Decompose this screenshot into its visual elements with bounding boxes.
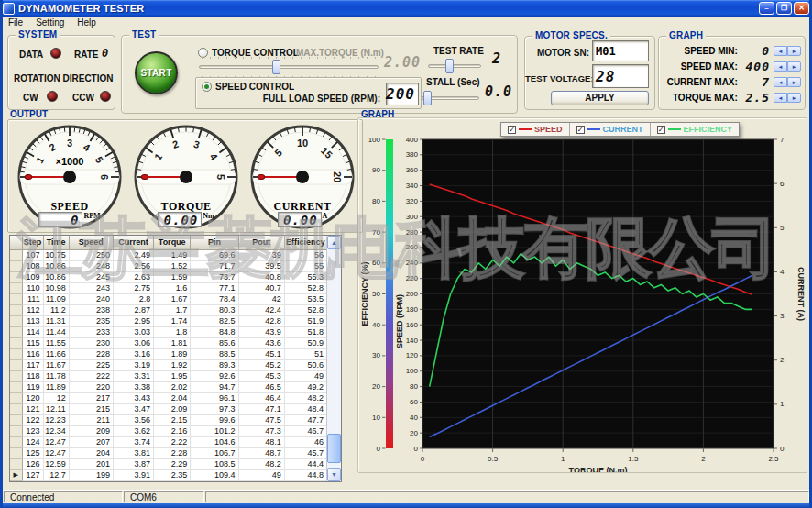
table-cell: 125	[22, 447, 43, 458]
table-cell: 56	[284, 249, 326, 260]
minimize-button[interactable]: –	[759, 2, 774, 15]
table-row[interactable]: 11111.092402.81.6778.44253.5	[10, 293, 327, 304]
svg-text:4: 4	[780, 268, 785, 276]
table-cell: 217	[69, 392, 113, 403]
test-rate-slider-track	[428, 64, 481, 68]
table-row[interactable]: 11411.442333.031.884.843.951.8	[10, 326, 327, 337]
table-cell: 45.1	[238, 348, 284, 359]
current-max-increment[interactable]: ▸	[787, 77, 801, 87]
table-header-cell[interactable]: Current	[113, 236, 153, 249]
apply-button[interactable]: APPLY	[551, 91, 649, 105]
table-row[interactable]: 120122173.432.0496.146.448.2	[10, 392, 327, 403]
start-button[interactable]: START	[135, 51, 178, 94]
table-cell: 80.3	[191, 304, 238, 315]
table-cell: 123	[22, 425, 43, 436]
table-row[interactable]: 11911.892203.382.0294.746.549.2	[10, 381, 327, 392]
menu-item-file[interactable]: File	[8, 17, 23, 28]
scroll-thumb[interactable]	[327, 434, 341, 463]
table-row[interactable]: 11211.22382.871.780.342.452.8	[10, 304, 327, 315]
table-row[interactable]: 11010.982432.751.677.140.752.8	[10, 282, 327, 293]
table-cell: 108.5	[191, 458, 238, 469]
table-row[interactable]: 10910.862452.631.5973.740.855.3	[10, 271, 327, 282]
table-cell: 11.2	[43, 304, 69, 315]
test-rate-slider-thumb[interactable]	[445, 59, 454, 73]
scroll-down-button[interactable]: ▼	[327, 468, 341, 481]
app-window: DYNAMOMETER TESTER – ❐ ✕ File Setting He…	[0, 0, 812, 508]
svg-text:100: 100	[406, 367, 419, 375]
table-cell: 46.7	[284, 425, 326, 436]
menu-item-help[interactable]: Help	[77, 17, 96, 28]
table-cell: 44.8	[284, 469, 326, 480]
close-button[interactable]: ✕	[794, 2, 809, 15]
table-row[interactable]: 11711.672253.191.9289.345.250.6	[10, 359, 327, 370]
table-cell: 2.63	[113, 271, 153, 282]
table-row[interactable]: 11811.782223.311.9592.645.349	[10, 370, 327, 381]
table-row[interactable]: 11311.312352.951.7482.542.851.9	[10, 315, 327, 326]
table-cell: 119	[22, 381, 43, 392]
table-row[interactable]: 11611.662283.161.8988.545.151	[10, 348, 327, 359]
speed-min-decrement[interactable]: ◂	[774, 46, 787, 56]
speed-max-increment[interactable]: ▸	[787, 61, 801, 72]
stall-slider[interactable]	[421, 91, 479, 105]
table-header-cell[interactable]: Step	[22, 236, 43, 249]
row-header	[10, 249, 22, 260]
torque-max-increment[interactable]: ▸	[787, 93, 801, 103]
speed-min-increment[interactable]: ▸	[787, 46, 801, 56]
table-scrollbar[interactable]: ▲ ▼	[326, 236, 341, 481]
table-row[interactable]: 12612.592013.872.29108.548.244.4	[10, 458, 327, 469]
table-row[interactable]: 12412.472073.742.22104.648.146	[10, 436, 327, 447]
svg-text:2.5: 2.5	[768, 455, 779, 463]
speed-control-radio[interactable]	[202, 82, 212, 92]
table-row[interactable]: 12512.472043.812.28106.748.745.7	[10, 447, 327, 458]
menu-item-setting[interactable]: Setting	[36, 17, 64, 28]
table-row[interactable]: 10710.752502.491.4969.63956	[10, 249, 327, 260]
restore-button[interactable]: ❐	[776, 2, 792, 15]
table-cell: 3.38	[113, 381, 153, 392]
svg-text:140: 140	[406, 337, 419, 345]
table-cell: 120	[22, 392, 43, 403]
table-cell: 42.4	[238, 304, 284, 315]
motor-sn-field[interactable]: M01	[592, 40, 649, 61]
table-cell: 225	[69, 359, 113, 370]
table-row[interactable]: 11511.552303.061.8185.643.650.9	[10, 337, 327, 348]
max-torque-slider-thumb[interactable]	[272, 60, 280, 74]
table-row[interactable]: 12112.112153.472.0997.347.148.4	[10, 403, 327, 414]
max-torque-slider[interactable]	[199, 60, 379, 74]
svg-text:70: 70	[372, 228, 380, 237]
connection-status: Connected	[4, 491, 123, 502]
test-voltage-label: TEST VOLTAGE:	[525, 73, 589, 83]
table-header-cell[interactable]: Pout	[238, 236, 284, 249]
table-cell: 228	[69, 348, 113, 359]
table-cell: 47.3	[238, 425, 284, 436]
table-cell: 235	[69, 315, 113, 326]
table-cell: 39.5	[238, 260, 284, 271]
torque-max-decrement[interactable]: ◂	[774, 93, 787, 103]
table-header-cell[interactable]: Efficiency	[284, 236, 326, 249]
table-header-cell[interactable]: Time	[43, 236, 69, 249]
table-cell: 2.04	[154, 392, 191, 403]
table-cell: 11.67	[43, 359, 69, 370]
test-voltage-field[interactable]: 28	[592, 64, 649, 88]
table-row[interactable]: 12312.342093.622.16101.247.346.7	[10, 425, 327, 436]
scroll-up-button[interactable]: ▲	[327, 236, 341, 249]
table-cell: 71.7	[191, 260, 238, 271]
current-max-decrement[interactable]: ◂	[774, 77, 787, 87]
table-cell: 52.8	[284, 304, 326, 315]
table-cell: 207	[69, 436, 113, 447]
table-header-cell[interactable]: Speed	[69, 236, 113, 249]
table-cell: 48.1	[238, 436, 284, 447]
speed-max-decrement[interactable]: ◂	[774, 61, 787, 72]
table-row[interactable]: 10810.862482.561.5271.739.555	[10, 260, 327, 271]
table-row[interactable]: 12212.232113.562.1599.647.547.7	[10, 414, 327, 425]
table-row[interactable]: ▶12712.71993.912.35109.44944.8	[10, 469, 327, 480]
svg-text:3: 3	[780, 312, 785, 320]
table-cell: 2.16	[154, 425, 191, 436]
table-cell: 3.03	[113, 326, 153, 337]
data-label: DATA	[19, 50, 43, 60]
table-cell: 12.11	[43, 403, 69, 414]
test-rate-slider[interactable]	[428, 59, 481, 73]
table-header-cell[interactable]: Pin	[191, 236, 238, 249]
rotation-direction-label: ROTATION DIRECTION	[14, 73, 114, 83]
table-header-cell[interactable]: Torque	[154, 236, 191, 249]
stall-slider-thumb[interactable]	[423, 91, 432, 105]
